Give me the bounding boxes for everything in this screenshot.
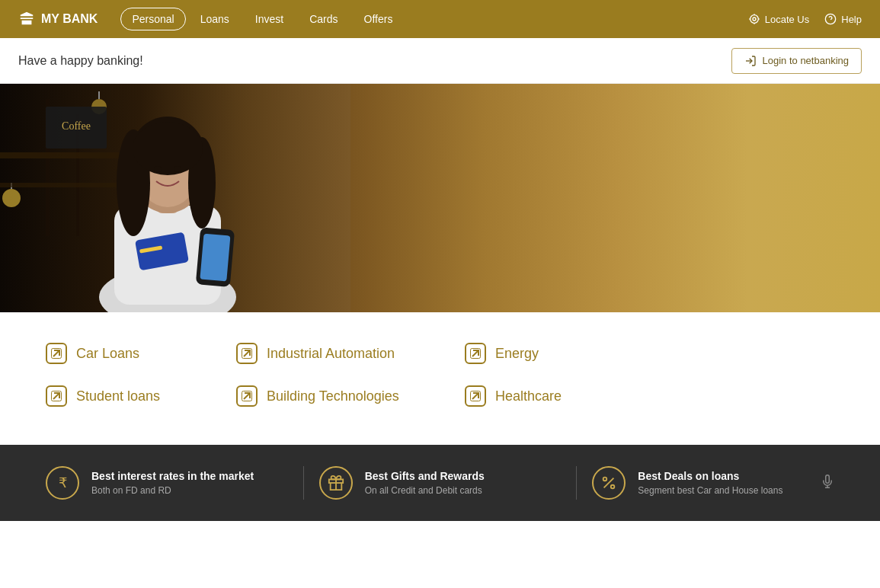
footer-gifts-text: Best Gifts and Rewards On all Credit and… xyxy=(365,470,485,496)
svg-point-1 xyxy=(750,15,758,24)
nav-loans[interactable]: Loans xyxy=(189,8,241,30)
login-button[interactable]: Login to netbanking xyxy=(731,48,862,74)
hero-image: Coffee xyxy=(0,84,350,312)
nav-links: Personal Loans Invest Cards Offers xyxy=(120,8,747,30)
mic-icon xyxy=(821,475,834,488)
percent-icon xyxy=(600,475,617,491)
svg-rect-17 xyxy=(0,183,137,187)
tagline: Have a happy banking! xyxy=(18,54,143,68)
link-car-loans-label: Car Loans xyxy=(76,346,139,362)
hero-banner: Coffee xyxy=(0,84,880,312)
link-healthcare[interactable]: Healthcare xyxy=(465,385,617,407)
link-arrow-svg xyxy=(242,348,252,359)
link-arrow-svg xyxy=(242,391,252,401)
link-industrial-automation-label: Industrial Automation xyxy=(267,346,395,362)
rupee-icon: ₹ xyxy=(59,475,67,491)
svg-text:Coffee: Coffee xyxy=(62,120,91,132)
locate-icon xyxy=(748,13,760,25)
footer-gifts-title: Best Gifts and Rewards xyxy=(365,470,485,482)
help-button[interactable]: Help xyxy=(824,13,862,25)
arrow-icon xyxy=(465,385,486,407)
logo-icon xyxy=(18,11,35,27)
footer-deals-title: Best Deals on loans xyxy=(638,470,782,482)
nav-logo[interactable]: MY BANK xyxy=(18,11,98,27)
arrow-icon xyxy=(236,385,258,407)
link-building-technologies-label: Building Technologies xyxy=(267,388,399,404)
link-student-loans[interactable]: Student loans xyxy=(46,385,221,407)
arrow-icon xyxy=(236,343,258,364)
help-label: Help xyxy=(841,14,862,25)
footer-deals-text: Best Deals on loans Segment best Car and… xyxy=(638,470,782,496)
arrow-icon xyxy=(46,343,67,364)
svg-rect-34 xyxy=(200,234,230,282)
svg-rect-16 xyxy=(0,152,137,158)
nav-personal[interactable]: Personal xyxy=(120,8,185,30)
svg-point-44 xyxy=(603,478,607,481)
footer-deals-subtitle: Segment best Car and House loans xyxy=(638,485,782,496)
link-arrow-svg xyxy=(51,348,62,359)
logo-text: MY BANK xyxy=(41,12,98,26)
svg-point-12 xyxy=(2,189,21,207)
footer-interest-subtitle: Both on FD and RD xyxy=(91,485,254,496)
link-student-loans-label: Student loans xyxy=(76,388,160,404)
footer-interest-rates: ₹ Best interest rates in the market Both… xyxy=(30,466,303,500)
gift-icon-circle xyxy=(319,466,353,500)
footer-banner: ₹ Best interest rates in the market Both… xyxy=(0,445,880,521)
link-energy[interactable]: Energy xyxy=(465,343,617,364)
svg-point-28 xyxy=(133,122,203,175)
nav-bar: MY BANK Personal Loans Invest Cards Offe… xyxy=(0,0,880,38)
link-arrow-svg xyxy=(470,391,481,401)
locate-us-label: Locate Us xyxy=(765,14,810,25)
nav-offers[interactable]: Offers xyxy=(353,8,405,30)
svg-point-0 xyxy=(753,18,756,21)
nav-right: Locate Us Help xyxy=(748,13,862,25)
locate-us-button[interactable]: Locate Us xyxy=(748,13,810,25)
svg-point-30 xyxy=(174,166,181,172)
link-industrial-automation[interactable]: Industrial Automation xyxy=(236,343,450,364)
rupee-icon-circle: ₹ xyxy=(46,466,79,500)
sub-header: Have a happy banking! Login to netbankin… xyxy=(0,38,880,84)
link-arrow-svg xyxy=(470,348,481,359)
footer-gifts-rewards: Best Gifts and Rewards On all Credit and… xyxy=(303,466,577,500)
svg-point-45 xyxy=(611,485,615,489)
footer-deals: Best Deals on loans Segment best Car and… xyxy=(576,466,850,500)
help-icon xyxy=(824,13,837,25)
percent-icon-circle xyxy=(592,466,626,500)
footer-interest-title: Best interest rates in the market xyxy=(91,470,254,482)
link-arrow-svg xyxy=(51,391,62,401)
arrow-icon xyxy=(465,343,486,364)
footer-gifts-subtitle: On all Credit and Debit cards xyxy=(365,485,485,496)
links-section: Car Loans Industrial Automation Energy xyxy=(0,312,880,445)
gift-icon xyxy=(328,475,344,491)
link-healthcare-label: Healthcare xyxy=(495,388,562,404)
nav-invest[interactable]: Invest xyxy=(244,8,295,30)
login-button-label: Login to netbanking xyxy=(763,55,849,66)
mic-button[interactable] xyxy=(821,475,834,492)
footer-interest-text: Best interest rates in the market Both o… xyxy=(91,470,254,496)
arrow-icon xyxy=(46,385,67,407)
login-icon xyxy=(744,55,757,67)
link-building-technologies[interactable]: Building Technologies xyxy=(236,385,450,407)
link-energy-label: Energy xyxy=(495,346,539,362)
nav-cards[interactable]: Cards xyxy=(298,8,349,30)
svg-line-43 xyxy=(604,478,614,488)
svg-point-29 xyxy=(154,166,162,172)
link-car-loans[interactable]: Car Loans xyxy=(46,343,221,364)
